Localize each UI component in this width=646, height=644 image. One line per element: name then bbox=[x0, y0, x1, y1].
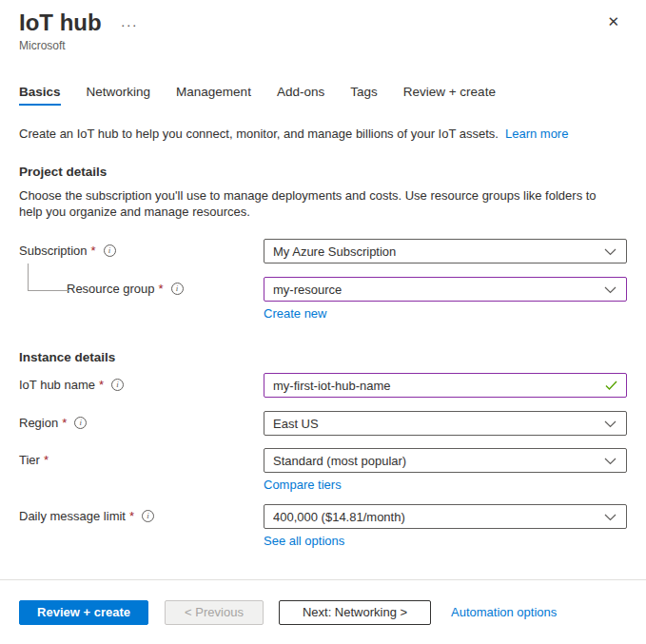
next-networking-button[interactable]: Next: Networking > bbox=[279, 600, 431, 625]
iot-hub-name-row: IoT hub name * i my-first-iot-hub-name bbox=[0, 373, 646, 398]
required-marker: * bbox=[62, 416, 67, 430]
required-marker: * bbox=[159, 282, 164, 296]
publisher-subtitle: Microsoft bbox=[19, 39, 627, 52]
chevron-down-icon bbox=[604, 286, 617, 294]
blade-header: IoT hub ··· Microsoft bbox=[0, 0, 646, 52]
tab-add-ons[interactable]: Add-ons bbox=[277, 85, 324, 106]
subscription-dropdown[interactable]: My Azure Subscription bbox=[264, 239, 627, 263]
nesting-connector-line bbox=[28, 263, 69, 291]
tab-basics[interactable]: Basics bbox=[19, 85, 61, 106]
required-marker: * bbox=[99, 378, 104, 392]
info-icon[interactable]: i bbox=[104, 244, 116, 257]
project-details-heading: Project details bbox=[0, 165, 646, 179]
wizard-footer: Review + create < Previous Next: Network… bbox=[0, 579, 646, 644]
required-marker: * bbox=[44, 453, 49, 467]
compare-tiers-link[interactable]: Compare tiers bbox=[264, 478, 342, 492]
resource-group-label: Resource group bbox=[67, 282, 155, 296]
chevron-down-icon bbox=[604, 458, 617, 465]
page-title: IoT hub bbox=[19, 10, 102, 36]
daily-message-limit-row: Daily message limit * i 400,000 ($14.81/… bbox=[0, 504, 646, 548]
region-row: Region * i East US bbox=[0, 411, 646, 436]
valid-check-icon bbox=[605, 381, 617, 391]
iot-hub-create-blade: ✕ IoT hub ··· Microsoft Basics Networkin… bbox=[0, 0, 646, 644]
info-icon[interactable]: i bbox=[111, 379, 124, 391]
chevron-down-icon bbox=[604, 248, 617, 256]
learn-more-link[interactable]: Learn more bbox=[505, 127, 568, 141]
resource-group-row: Resource group * i my-resource Create ne… bbox=[0, 277, 646, 321]
tier-dropdown[interactable]: Standard (most popular) bbox=[264, 448, 627, 473]
info-icon[interactable]: i bbox=[142, 510, 154, 522]
daily-message-limit-dropdown[interactable]: 400,000 ($14.81/month) bbox=[264, 504, 627, 529]
project-details-description: Choose the subscription you'll use to ma… bbox=[0, 187, 628, 220]
chevron-down-icon bbox=[604, 514, 617, 521]
subscription-label: Subscription bbox=[19, 244, 88, 258]
chevron-down-icon bbox=[604, 420, 617, 428]
more-options-icon[interactable]: ··· bbox=[121, 16, 138, 29]
required-marker: * bbox=[91, 244, 96, 258]
intro-text: Create an IoT hub to help you connect, m… bbox=[0, 126, 646, 142]
tab-management[interactable]: Management bbox=[176, 85, 251, 106]
create-new-link[interactable]: Create new bbox=[264, 306, 326, 321]
iot-hub-name-label: IoT hub name bbox=[19, 378, 95, 392]
tier-row: Tier * Standard (most popular) Compare t… bbox=[0, 448, 646, 492]
subscription-row: Subscription * i My Azure Subscription bbox=[0, 239, 646, 263]
info-icon[interactable]: i bbox=[74, 417, 87, 429]
tab-networking[interactable]: Networking bbox=[87, 85, 151, 106]
resource-group-dropdown[interactable]: my-resource bbox=[264, 277, 627, 302]
daily-message-limit-label: Daily message limit bbox=[19, 509, 126, 523]
automation-options-link[interactable]: Automation options bbox=[451, 605, 557, 619]
previous-button: < Previous bbox=[165, 600, 264, 625]
see-all-options-link[interactable]: See all options bbox=[264, 534, 344, 548]
iot-hub-name-input[interactable]: my-first-iot-hub-name bbox=[264, 373, 627, 398]
region-dropdown[interactable]: East US bbox=[264, 411, 627, 436]
region-label: Region bbox=[19, 416, 58, 430]
wizard-tabs: Basics Networking Management Add-ons Tag… bbox=[0, 85, 646, 106]
review-create-button[interactable]: Review + create bbox=[19, 600, 148, 625]
required-marker: * bbox=[129, 509, 134, 523]
tab-tags[interactable]: Tags bbox=[350, 85, 378, 106]
tab-review-create[interactable]: Review + create bbox=[403, 85, 496, 106]
info-icon[interactable]: i bbox=[171, 283, 184, 295]
tier-label: Tier bbox=[19, 453, 40, 467]
instance-details-heading: Instance details bbox=[0, 350, 646, 364]
